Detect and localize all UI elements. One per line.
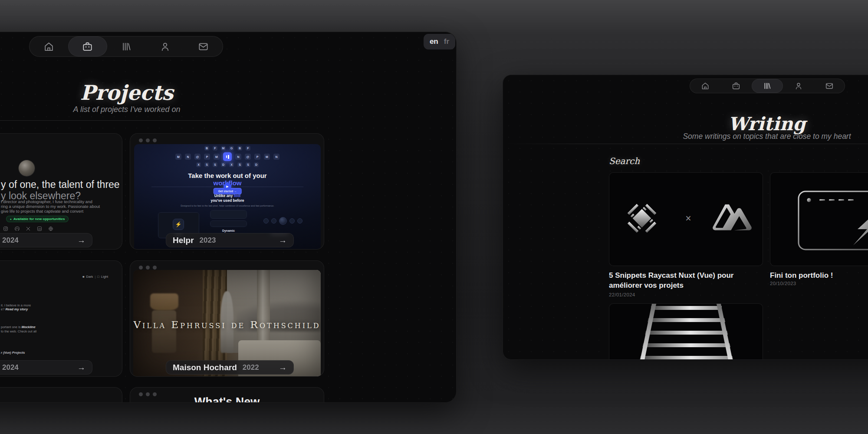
home-icon [43,41,54,52]
app-icon: D [221,162,226,167]
green-dot-icon: ● [10,218,12,220]
read-my-story-link[interactable]: Read my story [5,307,28,311]
maison-card-link[interactable]: Maison Hochard 2022 → [166,360,294,375]
portfolio-body-2: ring a unique dimension to my work. Pass… [1,204,100,209]
library-icon [121,41,132,52]
search-label: Search [609,156,640,166]
studio-text-3: portant one is Mockline [1,325,36,329]
header-divider [0,120,325,121]
theme-light-label: Light [101,275,108,279]
arrow-right-icon: → [77,363,85,372]
portfolio-card-link[interactable]: 2024 → [0,233,92,247]
app-icon: M [264,154,270,160]
studio-text-5: r (Vue) Projects [1,351,25,355]
helpr-app-icons-row-2: MN@PMN@PMN [134,152,321,161]
nav-home-button[interactable] [30,36,68,56]
app-icon: M [221,146,226,151]
portfolio-body-3: give life to projects that captivate and… [1,209,83,214]
raycast-logo [624,200,660,237]
play-icon: ▶ [226,185,228,188]
mail-icon [825,82,834,90]
article-card-portfolio-done[interactable] [770,172,868,266]
article-title[interactable]: Fini ton portfolio ! [770,270,868,280]
theme-dark-label: Dark [86,275,93,279]
article-title[interactable]: 5 Snippets Raycast Nuxt (Vue) pour améli… [609,270,766,290]
studio-card-link[interactable]: 2024 → [0,360,92,375]
traffic-light-dots [139,138,157,142]
app-icon: F [213,146,217,151]
project-name: Maison Hochard [173,363,237,372]
app-icon: N [185,154,191,160]
nav-writing-button[interactable] [107,36,146,56]
briefcase-icon [82,41,93,52]
helpr-dynamic-panel-2 [210,220,247,227]
helpr-logo-icon [223,152,232,161]
nav-home-button[interactable] [690,79,721,93]
globe-icon[interactable] [48,226,53,231]
project-year: 2022 [243,363,259,372]
app-icon: S [213,162,217,167]
project-card-maison[interactable]: Villa Ephrussi de Rothschild Maison Hoch… [130,260,324,377]
portfolio-body-1: t director and photographer, I fuse tech… [1,200,92,204]
project-year: 2023 [200,236,216,245]
page-subtitle: A list of projects I've worked on [73,105,181,114]
project-card-studio[interactable]: ■ Dark | □ Light it. I believe in a more… [0,260,122,377]
nav-about-button[interactable] [146,36,184,56]
studio-text-4: to the web. Check out all [1,329,36,333]
availability-badge: ● Available for new opportunities [6,216,69,222]
app-icon: B [237,146,242,151]
project-name: Helpr [173,236,194,245]
projects-window: en fr Projects A list of projects I've w… [0,32,457,403]
article-card-raycast-nuxt[interactable]: × [609,172,763,266]
page-title: Projects [80,81,173,105]
browser-lightning-graphic [794,188,868,253]
app-icon: N [235,154,241,160]
nav-about-button[interactable] [783,79,814,93]
app-icon: D [254,162,259,167]
app-icon: S [246,162,250,167]
availability-badge-label: Available for new opportunities [13,217,65,221]
nav-contact-button[interactable] [814,79,845,93]
projects-navbar [29,36,223,57]
writing-navbar [690,79,845,93]
nav-projects-button[interactable] [721,79,752,93]
project-card-helpr[interactable]: BFMGBF MN@PMN@PMN XSSDXSSD Take the work… [130,133,324,250]
arrow-right-icon: → [279,236,287,245]
app-icon: B [204,146,209,151]
traffic-light-dots [139,266,157,270]
article-date: 20/10/2023 [770,281,796,286]
arrow-right-icon: → [279,363,287,372]
studio-text-2: e? Read my story [1,307,28,311]
project-card-portfolio[interactable]: y of one, the talent of three y look els… [0,133,122,250]
play-button[interactable]: ▶ [224,183,231,191]
nav-contact-button[interactable] [184,36,223,56]
helpr-card-link[interactable]: Helpr 2023 → [166,233,294,247]
nav-writing-button[interactable] [752,79,783,93]
x-twitter-icon[interactable] [26,226,31,231]
project-card-partial[interactable] [0,387,122,403]
linkedin-icon[interactable] [37,226,42,231]
x-separator-icon: × [683,213,694,224]
lang-fr-button[interactable]: fr [444,37,449,46]
app-icon: X [196,162,201,167]
project-year: 2024 [2,363,19,372]
helpr-app-icons-row-3: XSSDXSSD [134,162,321,167]
home-icon [701,82,710,90]
app-icon: M [214,154,220,160]
nav-projects-button[interactable] [68,36,108,56]
villa-photo-title: Villa Ephrussi de Rothschild [133,319,321,330]
project-card-whats-new[interactable]: What's New [130,387,324,403]
library-icon [763,82,772,90]
github-icon[interactable] [14,226,20,231]
page-title: Writing [728,113,806,135]
helpr-integration-icons [263,217,302,225]
lightning-icon: ⚡ [173,219,184,230]
desktop-backdrop: en fr Projects A list of projects I've w… [0,0,868,434]
lang-en-button[interactable]: en [430,37,438,46]
language-switcher: en fr [424,34,455,49]
article-card-ladder[interactable] [609,303,763,360]
theme-toggle[interactable]: ■ Dark | □ Light [82,275,108,279]
article-date: 22/01/2024 [609,292,635,297]
instagram-icon[interactable] [3,226,8,231]
app-icon: M [175,154,181,160]
